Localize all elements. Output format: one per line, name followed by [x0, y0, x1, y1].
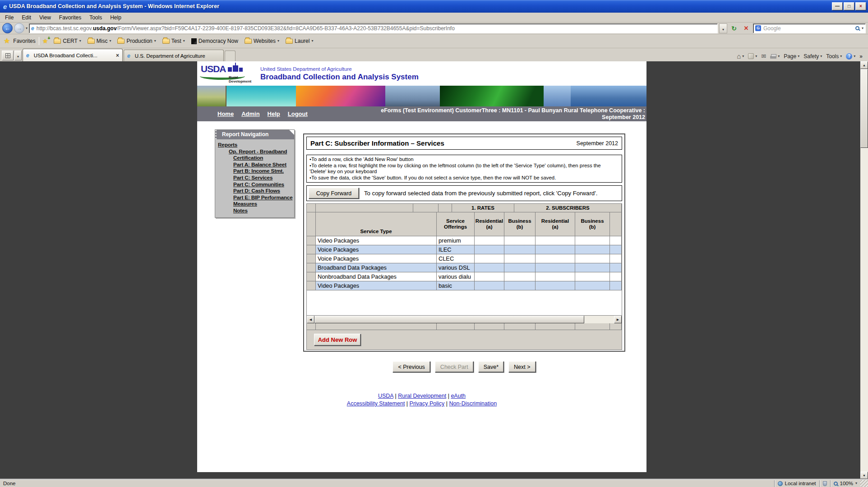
value-cell[interactable] [504, 281, 536, 290]
service-type-cell[interactable]: Video Packages [316, 236, 437, 245]
value-cell[interactable] [475, 281, 504, 290]
vertical-scroll-thumb[interactable] [860, 69, 868, 148]
search-dropdown-icon[interactable]: ▾ [862, 27, 863, 30]
sidebar-item-part-c-communities[interactable]: Part C: Communities [217, 181, 293, 188]
table-row[interactable]: Voice PackagesCLEC [307, 254, 622, 263]
vertical-scrollbar[interactable]: ▲ ▼ [860, 61, 868, 479]
nav-link-admin[interactable]: Admin [241, 110, 259, 117]
menu-favorites[interactable]: Favorites [55, 13, 85, 22]
row-selector-cell[interactable] [307, 272, 316, 281]
service-type-cell[interactable]: Voice Packages [316, 245, 437, 254]
value-cell[interactable] [475, 272, 504, 281]
scroll-up-button[interactable]: ▲ [860, 61, 868, 69]
close-icon[interactable]: × [116, 52, 119, 59]
footer-link-rural-development[interactable]: Rural Development [398, 393, 446, 399]
table-row[interactable]: Video Packagesbasic [307, 281, 622, 290]
sidebar-item-part-c-services[interactable]: Part C: Services [217, 175, 293, 181]
service-offerings-cell[interactable]: CLEC [437, 254, 475, 263]
menu-help[interactable]: Help [106, 13, 125, 22]
tab-u-s-department-of-agriculture[interactable]: eU.S. Department of Agriculture [124, 50, 224, 61]
add-favorite-icon[interactable]: ★ [42, 38, 48, 44]
favorites-item-democracy-now[interactable]: Democracy Now [189, 37, 240, 46]
copy-forward-button[interactable]: Copy Forward [309, 188, 359, 199]
maximize-button[interactable]: □ [844, 2, 854, 10]
service-type-cell[interactable]: Video Packages [316, 281, 437, 290]
minimize-button[interactable]: — [832, 2, 843, 10]
sidebar-item-part-b-income-stmt[interactable]: Part B: Income Stmt. [217, 168, 293, 175]
value-cell[interactable] [504, 236, 536, 245]
sidebar-item-reports[interactable]: Reports [217, 142, 293, 148]
service-offerings-cell[interactable]: various dialu [437, 272, 475, 281]
back-button[interactable]: ← [2, 23, 13, 33]
search-icon[interactable] [855, 26, 859, 30]
favorites-item-websites[interactable]: Websites▾ [243, 37, 281, 46]
nav-link-home[interactable]: Home [217, 110, 234, 117]
row-selector-cell[interactable] [307, 281, 316, 290]
quick-tabs-button[interactable] [2, 51, 14, 60]
value-cell[interactable] [610, 263, 622, 272]
sidebar-item-measures[interactable]: Measures [217, 201, 293, 207]
value-cell[interactable] [475, 254, 504, 263]
page-menu-button[interactable]: Page▾ [784, 53, 799, 60]
search-input[interactable]: G Google ▾ [753, 23, 866, 33]
footer-link-eauth[interactable]: eAuth [451, 393, 466, 399]
scroll-left-button[interactable]: ◀ [307, 316, 314, 323]
value-cell[interactable] [610, 245, 622, 254]
value-cell[interactable] [504, 254, 536, 263]
safety-menu-button[interactable]: Safety▾ [803, 53, 822, 60]
resize-grip[interactable] [860, 480, 868, 487]
scroll-right-button[interactable]: ▶ [614, 316, 622, 323]
footer-link-privacy-policy[interactable]: Privacy Policy [410, 400, 445, 407]
nav-link-help[interactable]: Help [268, 110, 280, 117]
table-row[interactable]: Nonbroadband Data Packagesvarious dialu [307, 272, 622, 281]
stop-button[interactable]: ✕ [741, 24, 752, 33]
menu-file[interactable]: File [1, 13, 18, 22]
horizontal-scrollbar[interactable]: ◀ ▶ [307, 316, 622, 323]
table-row[interactable]: Video Packagespremium [307, 236, 622, 245]
row-selector-cell[interactable] [307, 236, 316, 245]
tab-usda-broadband-collecti[interactable]: eUSDA Broadband Collecti...× [23, 49, 123, 61]
service-offerings-cell[interactable]: premium [437, 236, 475, 245]
value-cell[interactable] [575, 245, 610, 254]
service-offerings-cell[interactable]: various DSL [437, 263, 475, 272]
sidebar-item-certification[interactable]: Certification [217, 155, 293, 161]
service-offerings-cell[interactable]: ILEC [437, 245, 475, 254]
service-offerings-cell[interactable]: basic [437, 281, 475, 290]
service-type-cell[interactable]: Nonbroadband Data Packages [316, 272, 437, 281]
value-cell[interactable] [504, 245, 536, 254]
sidebar-item-part-d-cash-flows[interactable]: Part D: Cash Flows [217, 188, 293, 194]
value-cell[interactable] [575, 236, 610, 245]
service-type-cell[interactable]: Broadband Data Packages [316, 263, 437, 272]
favorites-button[interactable]: Favorites [13, 38, 35, 44]
help-button[interactable]: ?▾ [846, 53, 855, 60]
next-button[interactable]: Next > [508, 361, 536, 372]
sidebar-item-op-report-broadband[interactable]: Op. Report - Broadband [217, 148, 293, 155]
value-cell[interactable] [575, 254, 610, 263]
footer-link-usda[interactable]: USDA [378, 393, 393, 399]
value-cell[interactable] [536, 254, 575, 263]
print-button[interactable]: ▾ [770, 54, 780, 59]
value-cell[interactable] [575, 263, 610, 272]
tools-menu-button[interactable]: Tools▾ [826, 53, 842, 60]
sidebar-item-part-a-balance-sheet[interactable]: Part A: Balance Sheet [217, 161, 293, 168]
value-cell[interactable] [536, 236, 575, 245]
value-cell[interactable] [536, 281, 575, 290]
value-cell[interactable] [536, 245, 575, 254]
favorites-item-production[interactable]: Production▾ [115, 37, 157, 46]
value-cell[interactable] [504, 272, 536, 281]
toolbar-overflow-button[interactable]: » [859, 53, 863, 60]
refresh-button[interactable]: ↻ [729, 24, 739, 33]
tab-list-button[interactable]: ▾ [14, 51, 22, 60]
favorites-item-laurel[interactable]: Laurel▾ [284, 37, 315, 46]
sidebar-item-part-e-bip-performance[interactable]: Part E: BIP Performance [217, 194, 293, 201]
zoom-segment[interactable]: 100% ▾ [830, 480, 860, 487]
value-cell[interactable] [475, 263, 504, 272]
menu-view[interactable]: View [35, 13, 55, 22]
address-input[interactable]: e http://bcas.test.sc.egov.usda.gov/Form… [29, 23, 718, 33]
value-cell[interactable] [610, 272, 622, 281]
add-new-row-button[interactable]: Add New Row [314, 334, 361, 346]
value-cell[interactable] [475, 236, 504, 245]
value-cell[interactable] [536, 263, 575, 272]
value-cell[interactable] [536, 272, 575, 281]
sidebar-item-notes[interactable]: Notes [217, 207, 293, 214]
